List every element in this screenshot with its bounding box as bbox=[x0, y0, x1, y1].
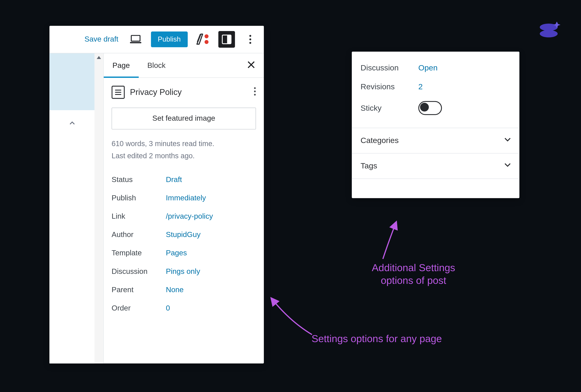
editor-topbar: Save draft Publish bbox=[50, 26, 264, 53]
chevron-down-icon bbox=[504, 138, 511, 144]
editor-window: Save draft Publish bbox=[50, 26, 264, 364]
close-sidebar-icon[interactable] bbox=[246, 58, 257, 73]
link-label: Link bbox=[112, 212, 166, 221]
save-draft-link[interactable]: Save draft bbox=[84, 35, 118, 44]
link-value[interactable]: /privacy-policy bbox=[166, 212, 213, 221]
scroll-up-icon[interactable] bbox=[97, 55, 101, 60]
post-extras-panel: Discussion Open Revisions 2 Sticky Categ… bbox=[352, 51, 520, 198]
post-discussion-label: Discussion bbox=[360, 63, 418, 73]
order-value[interactable]: 0 bbox=[166, 304, 170, 313]
publish-label: Publish bbox=[112, 194, 166, 203]
set-featured-image-button[interactable]: Set featured image bbox=[112, 108, 256, 130]
kebab-menu-icon[interactable] bbox=[242, 31, 259, 48]
svg-rect-7 bbox=[227, 35, 231, 44]
svg-point-5 bbox=[204, 40, 208, 44]
svg-point-9 bbox=[249, 38, 251, 40]
last-edited-text: Last edited 2 months ago. bbox=[112, 150, 256, 162]
settings-sidebar: Page Block Privacy Policy bbox=[103, 53, 264, 364]
publish-button[interactable]: Publish bbox=[151, 31, 188, 47]
discussion-label: Discussion bbox=[112, 267, 166, 276]
svg-point-8 bbox=[249, 35, 251, 37]
discussion-value[interactable]: Pings only bbox=[166, 267, 200, 276]
template-label: Template bbox=[112, 249, 166, 258]
revisions-label: Revisions bbox=[360, 82, 418, 91]
page-options-icon[interactable] bbox=[254, 87, 256, 98]
parent-value[interactable]: None bbox=[166, 286, 184, 294]
yoast-icon[interactable] bbox=[195, 31, 211, 48]
sticky-label: Sticky bbox=[360, 103, 418, 113]
status-label: Status bbox=[112, 175, 166, 184]
annotation-page-settings: Settings options for any page bbox=[312, 333, 465, 345]
svg-point-12 bbox=[254, 90, 256, 92]
author-label: Author bbox=[112, 231, 166, 239]
publish-value[interactable]: Immediately bbox=[166, 194, 206, 203]
collapse-up-icon[interactable] bbox=[69, 120, 74, 126]
sidebar-tabs: Page Block bbox=[104, 53, 264, 78]
svg-rect-3 bbox=[130, 42, 141, 43]
page-title: Privacy Policy bbox=[130, 87, 248, 97]
order-label: Order bbox=[112, 304, 166, 313]
tags-accordion[interactable]: Tags bbox=[352, 153, 520, 179]
preview-icon[interactable] bbox=[127, 31, 144, 48]
svg-point-10 bbox=[249, 42, 251, 44]
template-value[interactable]: Pages bbox=[166, 249, 187, 258]
page-type-icon bbox=[112, 86, 125, 99]
revisions-value[interactable]: 2 bbox=[418, 82, 423, 91]
settings-panel-icon[interactable] bbox=[218, 31, 235, 48]
sticky-toggle[interactable] bbox=[418, 101, 442, 115]
annotation-line-2: options of post bbox=[363, 274, 464, 287]
svg-point-11 bbox=[254, 87, 256, 89]
svg-point-13 bbox=[254, 94, 256, 96]
categories-accordion[interactable]: Categories bbox=[352, 128, 520, 153]
status-value[interactable]: Draft bbox=[166, 175, 182, 184]
post-discussion-value[interactable]: Open bbox=[418, 63, 438, 73]
chevron-down-icon bbox=[504, 163, 511, 169]
word-count-text: 610 words, 3 minutes read time. bbox=[112, 137, 256, 150]
annotation-line-1: Additional Settings bbox=[363, 262, 464, 274]
tab-page[interactable]: Page bbox=[104, 53, 138, 77]
author-value[interactable]: StupidGuy bbox=[166, 231, 200, 239]
svg-point-0 bbox=[540, 30, 558, 37]
svg-rect-2 bbox=[131, 35, 140, 41]
scrollbar-track[interactable] bbox=[94, 53, 103, 364]
parent-label: Parent bbox=[112, 286, 166, 294]
svg-point-4 bbox=[204, 34, 208, 38]
canvas-strip[interactable] bbox=[50, 53, 94, 110]
annotation-post-settings: Additional Settings options of post bbox=[363, 262, 464, 287]
categories-label: Categories bbox=[360, 136, 399, 145]
canvas-below bbox=[50, 110, 94, 363]
canvas-gutter bbox=[50, 53, 94, 364]
page-meta-text: 610 words, 3 minutes read time. Last edi… bbox=[112, 137, 256, 162]
brand-logo bbox=[536, 17, 561, 40]
tab-block[interactable]: Block bbox=[138, 53, 174, 77]
annotation-arrow-post bbox=[372, 217, 416, 261]
tags-label: Tags bbox=[360, 161, 377, 171]
